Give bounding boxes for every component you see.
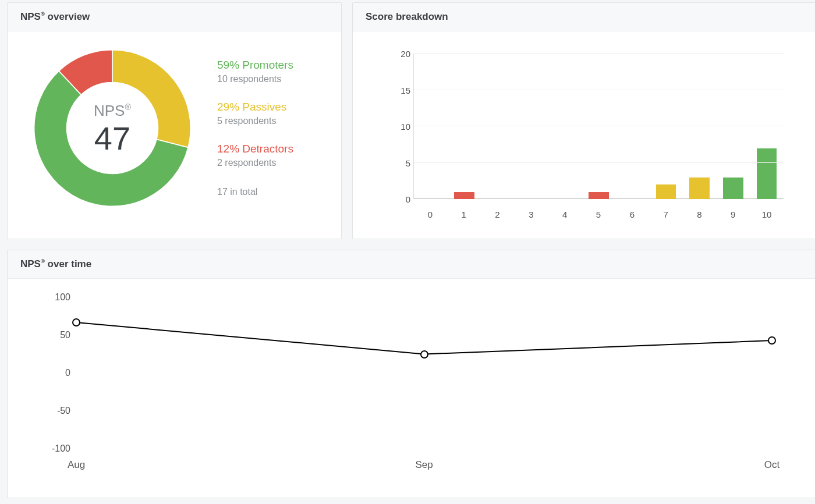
legend-promoters-label: 59% Promoters [217, 59, 293, 72]
line-ytick: 100 [41, 292, 70, 303]
line-xtick: Aug [68, 459, 85, 471]
line-point-Oct [768, 336, 776, 345]
score-breakdown-title: Score breakdown [353, 3, 815, 31]
bar-score-1 [454, 192, 474, 200]
nps-over-time-title: NPS® over time [8, 250, 815, 279]
line-ytick: -50 [41, 406, 70, 416]
legend-passives: 29% Passives 5 respondents [217, 101, 293, 126]
bar-xtick: 10 [750, 205, 784, 222]
bar-ytick: 0 [391, 194, 410, 204]
legend-promoters: 59% Promoters 10 respondents [217, 59, 293, 84]
line-ytick: 0 [41, 368, 70, 378]
line-point-Sep [420, 350, 428, 359]
bar-xtick: 8 [683, 205, 717, 222]
nps-overview-title: NPS® overview [8, 3, 341, 31]
bar-xtick: 1 [447, 205, 481, 222]
nps-overview-card: NPS® overview NPS® 47 59% Promoters 10 r… [7, 2, 342, 239]
bar-score-8 [689, 178, 710, 200]
legend-passives-sub: 5 respondents [217, 116, 293, 126]
bar-xtick: 0 [413, 205, 447, 222]
bar-xtick: 9 [716, 205, 750, 222]
bar-xtick: 2 [481, 205, 515, 222]
bar-ytick: 20 [391, 49, 410, 59]
legend-passives-label: 29% Passives [217, 101, 293, 113]
score-breakdown-chart: 05101520 012345678910 [387, 48, 784, 222]
line-xtick: Oct [764, 459, 779, 471]
bar-ytick: 15 [391, 85, 410, 95]
bar-ytick: 10 [391, 122, 410, 132]
bar-score-10 [757, 148, 777, 200]
legend-total: 17 in total [217, 187, 293, 197]
nps-over-time-card: NPS® over time -100-50050100 AugSepOct [7, 250, 815, 498]
bar-score-7 [656, 184, 676, 199]
bar-xtick: 5 [582, 205, 615, 222]
line-point-Aug [72, 318, 80, 326]
donut-segment-passives [112, 50, 190, 148]
legend-promoters-sub: 10 respondents [217, 74, 293, 84]
bar-xtick: 3 [514, 205, 548, 222]
score-breakdown-card: Score breakdown 05101520 012345678910 [352, 2, 815, 239]
bar-xtick: 6 [615, 205, 649, 222]
nps-over-time-chart: -100-50050100 AugSepOct [41, 292, 784, 478]
legend-detractors-sub: 2 respondents [217, 158, 293, 168]
bar-ytick: 5 [391, 158, 410, 168]
line-ytick: 50 [41, 330, 70, 340]
line-ytick: -100 [41, 443, 70, 454]
nps-donut-chart: NPS® 47 [31, 47, 194, 210]
line-xtick: Sep [415, 459, 433, 471]
bar-score-9 [723, 178, 743, 200]
line-series [76, 322, 772, 354]
nps-legend: 59% Promoters 10 respondents 29% Passive… [217, 59, 293, 197]
legend-detractors-label: 12% Detractors [217, 143, 293, 155]
bar-score-5 [589, 192, 609, 200]
bar-xtick: 7 [649, 205, 683, 222]
legend-detractors: 12% Detractors 2 respondents [217, 143, 293, 168]
bar-xtick: 4 [548, 205, 582, 222]
